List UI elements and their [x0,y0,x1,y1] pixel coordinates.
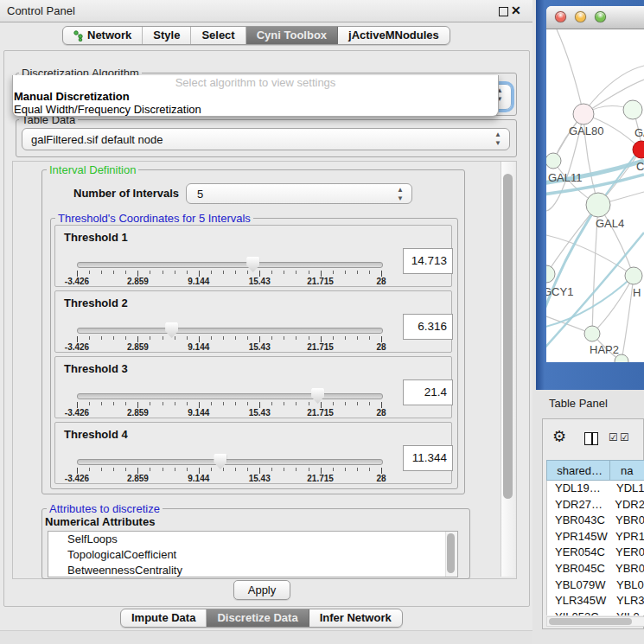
threshold-2-value-field[interactable]: 6.316 [403,314,453,340]
cell-shared-name[interactable]: YDL19… [547,481,610,497]
minimize-window-icon[interactable] [575,11,586,22]
tab-label: Cyni Toolbox [257,27,327,44]
network-window-titlebar[interactable] [546,6,644,29]
close-window-icon[interactable] [555,11,566,22]
cell-name[interactable]: YDR2 [609,497,644,513]
threshold-2-label: Threshold 2 [64,296,128,309]
network-node-h[interactable] [625,267,642,284]
cell-name[interactable]: YBR0 [609,513,644,529]
dropdown-option-manual-discretization[interactable]: Manual Discretization [13,90,498,103]
node-label: HAP2 [590,343,619,356]
cell-shared-name[interactable]: YBL079W [547,577,610,594]
number-of-intervals-value: 5 [197,188,203,201]
checkbox-icon[interactable]: ☑ [620,431,629,443]
columns-icon[interactable] [584,432,598,445]
cell-name[interactable]: YLR3 [610,593,644,609]
cell-name[interactable]: YBL0 [610,577,644,594]
threshold-1-slider[interactable] [77,262,383,268]
footer-strip [0,630,532,644]
tab-discretize-data[interactable]: Discretize Data [207,609,309,627]
number-of-intervals-combobox[interactable]: 5 ▲▼ [186,183,412,204]
tab-network[interactable]: Network [63,27,143,44]
attributes-list-scrollbar[interactable] [445,532,457,577]
cell-shared-name[interactable]: YDR27… [547,497,609,513]
column-header-name[interactable]: na [610,461,644,480]
cell-shared-name[interactable]: YBR043C [547,513,609,529]
scrollbar-thumb[interactable] [447,533,455,573]
network-node-gal4[interactable] [586,193,610,217]
cell-name[interactable]: YBR0 [609,561,644,577]
apply-button[interactable]: Apply [233,580,290,600]
float-panel-icon[interactable] [499,7,508,16]
tick-label: 9.144 [188,342,209,352]
network-edge-highlighted[interactable] [546,205,598,316]
network-node-ga[interactable] [623,100,642,119]
cell-name[interactable]: YER0 [609,545,644,561]
threshold-4-value-field[interactable]: 11.344 [403,445,453,471]
cell-name[interactable]: YPR1 [609,529,644,545]
cell-name[interactable]: YIL0 [610,609,644,615]
tick-label: 28 [376,277,386,286]
tick-label: 15.43 [249,342,271,352]
tick-mark [296,402,296,405]
cell-name[interactable]: YDL1 [610,481,644,497]
cell-shared-name[interactable]: YBR045C [547,561,609,577]
threshold-2-slider[interactable] [77,328,383,334]
table-row[interactable]: YDL19…YDL1 [547,481,644,497]
attribute-item[interactable]: SelfLoops [48,532,457,547]
tick-mark [101,336,102,340]
network-node-hap2[interactable] [584,326,600,341]
threshold-4-slider[interactable] [77,459,383,465]
table-row[interactable]: YER054CYER0 [547,545,644,561]
network-canvas[interactable]: GAL80GACGAL11GAL4GCY1HHAP2 [546,29,644,362]
column-header-shared-name[interactable]: shared… [547,461,610,480]
cell-shared-name[interactable]: YPR145W [547,529,609,545]
cell-shared-name[interactable]: YLR345W [547,593,610,609]
table-row[interactable]: YBL079WYBL0 [547,577,644,594]
tick-mark [175,271,175,274]
attribute-item[interactable]: TopologicalCoefficient [48,547,457,563]
tab-cyni-toolbox[interactable]: Cyni Toolbox [246,27,338,44]
tab-style[interactable]: Style [143,27,191,44]
network-edge[interactable] [557,29,583,114]
table-row[interactable]: YBR045CYBR0 [547,561,644,577]
cell-shared-name[interactable]: YER054C [547,545,609,561]
table-row[interactable]: YLR345WYLR3 [547,593,644,609]
gear-icon[interactable]: ⚙ [552,429,566,444]
top-tab-bar: NetworkStyleSelectCyni ToolboxjActiveMNo… [62,26,450,45]
threshold-3-slider[interactable] [77,393,383,399]
maximize-window-icon[interactable] [595,11,606,22]
network-node-gal80[interactable] [573,104,594,124]
tab-select[interactable]: Select [191,27,245,44]
node-label: GAL80 [569,124,603,137]
threshold-1-value-field[interactable]: 14.713 [403,248,453,274]
network-node-gcy1[interactable] [546,265,555,283]
table-data-combobox[interactable]: galFiltered.sif default node ▲▼ [22,128,510,150]
tick-mark [369,468,370,471]
table-row[interactable]: YIL052CYIL0 [547,609,644,615]
settings-vertical-scrollbar[interactable] [501,162,515,577]
tick-mark [235,271,236,274]
table-horizontal-scrollbar[interactable] [546,616,644,627]
table-row[interactable]: YDR27…YDR2 [547,497,644,513]
cell-shared-name[interactable]: YIL052C [547,609,610,615]
attribute-item[interactable]: BetweennessCentrality [48,563,457,577]
table-row[interactable]: YBR043CYBR0 [547,513,644,529]
threshold-3-value-field[interactable]: 21.4 [403,379,453,405]
network-node-gal11[interactable] [546,153,561,169]
scrollbar-thumb[interactable] [503,174,513,499]
tick-mark [101,271,102,274]
scrollbar-thumb[interactable] [549,618,632,625]
table-row[interactable]: YPR145WYPR1 [547,529,644,545]
tab-jactivemnodules[interactable]: jActiveMNodules [338,27,450,44]
network-edge-highlighted[interactable] [546,276,634,328]
tick-mark [333,336,334,340]
tick-mark [175,402,175,405]
close-panel-icon[interactable]: ✕ [511,3,521,17]
dropdown-option-equal-width-frequency[interactable]: Equal Width/Frequency Discretization [13,103,498,116]
checkbox-icon[interactable]: ☑ [609,431,618,443]
network-edge[interactable] [622,276,634,361]
tab-impute-data[interactable]: Impute Data [121,609,207,627]
algorithm-dropdown-popup: Select algorithm to view settings Manual… [12,75,499,117]
tab-infer-network[interactable]: Infer Network [309,609,402,627]
